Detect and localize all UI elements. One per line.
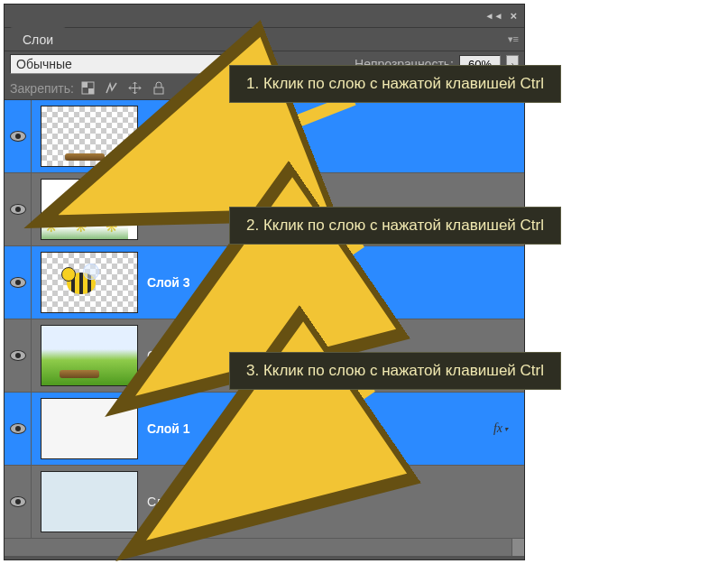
eye-icon xyxy=(10,204,26,215)
eye-icon xyxy=(10,496,26,507)
lock-transparency-icon[interactable] xyxy=(81,81,96,96)
layer-row[interactable]: Слой 5 xyxy=(5,100,524,173)
layer-name-label[interactable]: Слой 2 xyxy=(147,348,189,363)
tab-layers[interactable]: Слои xyxy=(10,27,66,51)
panel-menu-icon[interactable]: ▾≡ xyxy=(508,33,519,45)
layer-name-label[interactable]: Слой 6 xyxy=(147,495,189,509)
layer-row[interactable]: Слой 3 xyxy=(5,246,524,319)
callout-1: 1. Кклик по слою с нажатой клавишей Ctrl xyxy=(229,65,561,103)
eye-icon xyxy=(10,350,26,361)
svg-rect-1 xyxy=(82,82,88,88)
panel-titlebar: ◄◄ × xyxy=(5,5,524,28)
layer-thumbnail[interactable] xyxy=(41,398,138,459)
collapse-icon[interactable]: ◄◄ xyxy=(485,11,503,21)
visibility-toggle[interactable] xyxy=(5,100,32,172)
visibility-toggle[interactable] xyxy=(5,319,32,392)
dropdown-icon: ▼ xyxy=(212,60,220,69)
lock-pixels-icon[interactable] xyxy=(105,81,119,96)
lock-icons-group xyxy=(81,81,166,96)
tab-bar: Слои ▾≡ xyxy=(5,28,524,51)
fx-badge[interactable]: fx▾ xyxy=(493,421,508,436)
blend-mode-value: Обычные xyxy=(16,57,72,71)
layer-name-label[interactable]: Слой 1 xyxy=(147,421,190,436)
close-icon[interactable]: × xyxy=(506,9,521,23)
layer-name-label[interactable]: Слой 4 xyxy=(147,202,189,217)
svg-rect-2 xyxy=(88,88,94,94)
lock-all-icon[interactable] xyxy=(152,81,166,96)
layer-name-label[interactable]: Слой 3 xyxy=(147,275,190,290)
visibility-toggle[interactable] xyxy=(5,173,32,245)
layer-row[interactable]: Слой 6 xyxy=(5,466,524,539)
lock-position-icon[interactable] xyxy=(128,81,143,96)
eye-icon xyxy=(10,423,26,434)
eye-icon xyxy=(10,131,26,142)
layers-list: Слой 5 Слой 4 Слой 3 Слой 2 Слой 1 fx▾ xyxy=(5,100,524,556)
svg-rect-3 xyxy=(154,88,163,94)
visibility-toggle[interactable] xyxy=(5,246,32,319)
layer-thumbnail[interactable] xyxy=(41,252,138,313)
layer-row[interactable]: Слой 1 fx▾ xyxy=(5,393,524,466)
visibility-toggle[interactable] xyxy=(5,393,32,465)
blend-mode-select[interactable]: Обычные ▼ xyxy=(10,54,226,74)
eye-icon xyxy=(10,277,26,288)
callout-2: 2. Кклик по слою с нажатой клавишей Ctrl xyxy=(229,207,561,245)
layer-name-label[interactable]: Слой 5 xyxy=(147,129,190,143)
lock-label: Закрепить: xyxy=(10,81,74,96)
visibility-toggle[interactable] xyxy=(5,466,32,538)
callout-3: 3. Кклик по слою с нажатой клавишей Ctrl xyxy=(229,352,561,390)
layer-thumbnail[interactable] xyxy=(41,179,138,240)
layer-thumbnail[interactable] xyxy=(41,471,138,532)
layer-thumbnail[interactable] xyxy=(41,325,138,386)
layer-thumbnail[interactable] xyxy=(41,106,138,167)
